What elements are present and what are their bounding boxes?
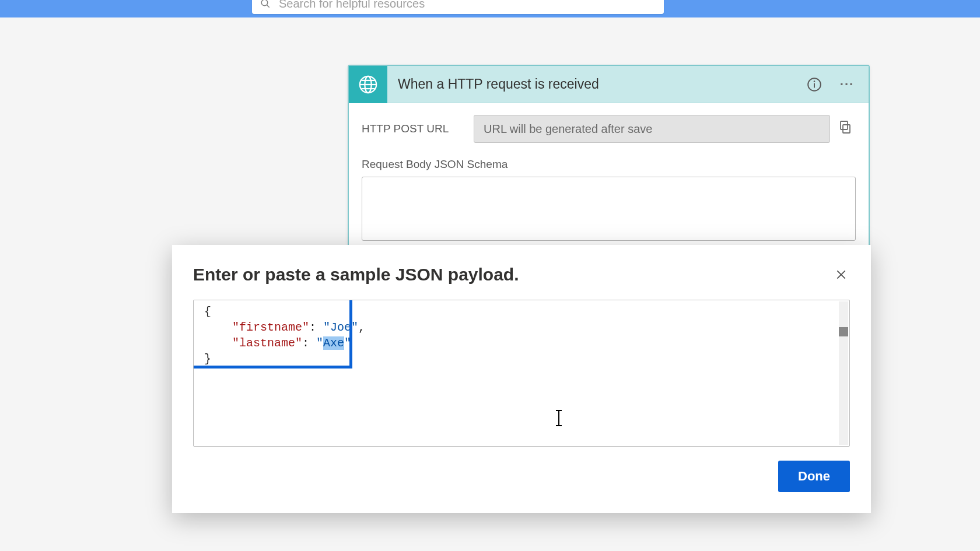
json-value-open: " <box>316 336 323 350</box>
svg-point-9 <box>814 80 816 82</box>
trigger-actions: ··· <box>804 75 869 94</box>
app-top-bar <box>0 0 980 17</box>
search-container <box>252 0 664 14</box>
modal-title: Enter or paste a sample JSON payload. <box>193 265 519 285</box>
text-cursor <box>558 410 559 426</box>
json-value: "Joe" <box>323 321 358 334</box>
annotation-highlight <box>193 300 352 368</box>
http-url-field: URL will be generated after save <box>474 115 830 143</box>
schema-textarea[interactable] <box>362 177 856 241</box>
done-button[interactable]: Done <box>778 461 850 492</box>
trigger-header[interactable]: When a HTTP request is received ··· <box>349 66 869 103</box>
svg-rect-10 <box>843 125 850 133</box>
http-trigger-card: When a HTTP request is received ··· HTTP… <box>348 65 870 268</box>
svg-rect-11 <box>841 121 848 129</box>
more-icon[interactable]: ··· <box>837 75 857 94</box>
sample-payload-modal: Enter or paste a sample JSON payload. { … <box>172 245 871 513</box>
json-selected-text: Axe <box>323 336 344 350</box>
modal-footer: Done <box>193 461 850 492</box>
svg-point-0 <box>261 0 268 6</box>
json-key: "lastname" <box>232 336 302 350</box>
info-icon[interactable] <box>804 75 824 94</box>
copy-url-icon[interactable] <box>838 120 856 138</box>
json-key: "firstname" <box>232 321 309 334</box>
json-value-close: " <box>344 336 351 350</box>
url-row: HTTP POST URL URL will be generated afte… <box>362 115 856 143</box>
json-payload-input[interactable]: { "firstname": "Joe", "lastname": "Axe" … <box>193 300 850 447</box>
trigger-title: When a HTTP request is received <box>387 76 804 92</box>
search-icon <box>260 0 271 9</box>
http-url-label: HTTP POST URL <box>362 122 474 135</box>
http-globe-icon <box>349 66 387 103</box>
search-input[interactable] <box>279 0 656 10</box>
schema-label: Request Body JSON Schema <box>362 158 856 171</box>
close-icon[interactable] <box>832 266 850 283</box>
svg-line-1 <box>267 5 270 8</box>
trigger-body: HTTP POST URL URL will be generated afte… <box>349 103 869 266</box>
modal-header: Enter or paste a sample JSON payload. <box>193 265 850 285</box>
scrollbar[interactable] <box>839 301 848 445</box>
